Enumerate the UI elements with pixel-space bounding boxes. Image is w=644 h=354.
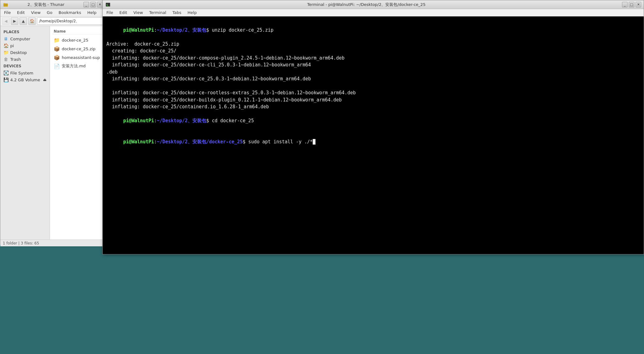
term-window-controls: _ □ ✕	[622, 2, 641, 7]
prompt-path-1: ~/Desktop/2、安装包	[157, 27, 206, 33]
term-menu-file[interactable]: File	[104, 10, 116, 16]
file-name-homeassistant: homeassistant-sup	[62, 55, 100, 60]
file-item-docker-zip[interactable]: 📦 docker-ce_25.zip	[52, 44, 103, 53]
prompt-colon-1: :	[154, 27, 157, 33]
sidebar-item-computer[interactable]: 🖥 Computer	[0, 35, 50, 42]
volume-icon: 💾	[3, 77, 8, 82]
trash-icon: 🗑	[3, 57, 8, 62]
sidebar-fs-label: File System	[10, 71, 33, 75]
term-line-4: inflating: docker-ce_25/docker-compose-p…	[106, 55, 640, 62]
svg-text:$_: $_	[106, 4, 110, 7]
sidebar-item-volume[interactable]: 💾 4.2 GB Volume ⏏	[0, 76, 50, 83]
fm-minimize-btn[interactable]: _	[83, 2, 89, 7]
term-line-9: inflating: docker-ce_25/docker-buildx-pl…	[106, 96, 640, 104]
filesystem-icon: 💽	[3, 70, 8, 75]
term-body[interactable]: pi@WalnutPi:~/Desktop/2、安装包$ unzip docke…	[103, 16, 644, 253]
prompt-path-2: ~/Desktop/2、安装包	[157, 118, 206, 123]
doc-icon: 📄	[54, 63, 60, 69]
zip-icon-ha: 📦	[54, 54, 60, 60]
terminal-cursor	[313, 139, 315, 145]
term-line-12: pi@WalnutPi:~/Desktop/2、安装包/docker-ce_25…	[106, 131, 640, 152]
cmd-3: sudo apt install -y ./*	[245, 139, 313, 145]
fm-statusbar: 1 folder | 3 files: 65	[0, 240, 105, 246]
sidebar-item-trash[interactable]: 🗑 Trash	[0, 56, 50, 63]
zip-icon-docker: 📦	[54, 46, 60, 52]
sidebar-item-pi[interactable]: 🏠 pi	[0, 42, 50, 49]
fm-home-btn[interactable]: 🏠	[28, 17, 36, 25]
term-minimize-btn[interactable]: _	[622, 2, 628, 7]
prompt-colon-2: :	[154, 118, 157, 123]
file-item-install-guide[interactable]: 📄 安装方法.md	[52, 62, 103, 70]
fm-path-bar[interactable]: /home/pi/Desktop/2、	[37, 17, 103, 25]
sidebar-desktop-label: Desktop	[10, 50, 27, 55]
desktop-icon: 📁	[3, 50, 8, 55]
term-menubar: File Edit View Terminal Tabs Help	[103, 9, 644, 16]
file-manager-window: 2、安装包 - Thunar _ □ ✕ File Edit View Go B…	[0, 0, 105, 245]
fm-menu-go[interactable]: Go	[44, 10, 55, 16]
term-menu-edit[interactable]: Edit	[117, 10, 130, 16]
term-line-6: inflating: docker-ce_25/docker-ce_25.0.3…	[106, 75, 640, 83]
fm-sidebar: Places 🖥 Computer 🏠 pi 📁 Desktop 🗑 Trash…	[0, 26, 50, 240]
fm-menu-view[interactable]: View	[29, 10, 43, 16]
term-line-1: pi@WalnutPi:~/Desktop/2、安装包$ unzip docke…	[106, 20, 640, 41]
folder-icon: 📁	[54, 37, 60, 43]
prompt-dollar-1: $	[206, 27, 209, 33]
term-line-8: inflating: docker-ce_25/docker-ce-rootle…	[106, 89, 640, 96]
fm-menubar: File Edit View Go Bookmarks Help	[0, 9, 105, 16]
places-title: Places	[0, 29, 50, 35]
files-header: Name	[52, 29, 103, 34]
sidebar-vol-label: 4.2 GB Volume	[10, 78, 40, 82]
term-titlebar-icon: $_	[105, 2, 111, 7]
fm-title: 2、安装包 - Thunar	[10, 2, 82, 7]
fm-close-btn[interactable]: ✕	[97, 2, 103, 7]
term-line-2: Archive: docker-ce_25.zip	[106, 41, 640, 48]
prompt-user-1: pi@WalnutPi	[123, 27, 154, 33]
svg-rect-1	[3, 3, 5, 4]
fm-titlebar-icon	[3, 2, 8, 7]
prompt-user-3: pi@WalnutPi	[123, 139, 154, 145]
fm-status-text: 1 folder | 3 files: 65	[3, 241, 39, 245]
fm-forward-btn[interactable]: ▶	[11, 17, 18, 25]
fm-menu-bookmarks[interactable]: Bookmarks	[56, 10, 84, 16]
term-line-11: pi@WalnutPi:~/Desktop/2、安装包$ cd docker-c…	[106, 110, 640, 132]
fm-menu-help[interactable]: Help	[85, 10, 99, 16]
prompt-user-2: pi@WalnutPi	[123, 118, 154, 123]
devices-title: Devices	[0, 63, 50, 69]
fm-menu-file[interactable]: File	[2, 10, 13, 16]
fm-toolbar: ◀ ▶ ▲ 🏠 /home/pi/Desktop/2、	[0, 16, 105, 26]
prompt-dollar-2: $	[206, 118, 209, 123]
file-name-install-guide: 安装方法.md	[62, 63, 86, 69]
sidebar-computer-label: Computer	[10, 37, 30, 41]
sidebar-pi-label: pi	[10, 43, 14, 48]
file-item-docker-folder[interactable]: 📁 docker-ce_25	[52, 36, 103, 44]
term-line-7	[106, 83, 640, 90]
computer-icon: 🖥	[3, 36, 8, 41]
term-line-5: inflating: docker-ce_25/docker-ce-cli_25…	[106, 61, 640, 75]
sidebar-item-filesystem[interactable]: 💽 File System	[0, 69, 50, 76]
term-close-btn[interactable]: ✕	[636, 2, 641, 7]
file-name-docker-zip: docker-ce_25.zip	[62, 47, 96, 51]
term-menu-help[interactable]: Help	[185, 10, 199, 16]
fm-up-btn[interactable]: ▲	[20, 17, 27, 25]
fm-menu-edit[interactable]: Edit	[15, 10, 27, 16]
prompt-path-3: ~/Desktop/2、安装包/docker-ce_25	[157, 139, 243, 145]
fm-maximize-btn[interactable]: □	[90, 2, 96, 7]
cmd-2: cd docker-ce_25	[209, 118, 254, 123]
term-menu-terminal[interactable]: Terminal	[147, 10, 169, 16]
term-maximize-btn[interactable]: □	[629, 2, 634, 7]
home-icon: 🏠	[3, 43, 8, 48]
file-item-homeassistant[interactable]: 📦 homeassistant-sup	[52, 53, 103, 62]
sidebar-trash-label: Trash	[10, 57, 21, 62]
fm-back-btn[interactable]: ◀	[2, 17, 10, 25]
terminal-window: $_ Terminal - pi@WalnutPi: ~/Desktop/2、安…	[102, 0, 644, 254]
term-line-10: inflating: docker-ce_25/containerd.io_1.…	[106, 103, 640, 110]
fm-titlebar: 2、安装包 - Thunar _ □ ✕	[0, 0, 105, 9]
prompt-dollar-3: $	[243, 139, 245, 145]
term-menu-tabs[interactable]: Tabs	[170, 10, 184, 16]
fm-files-panel: Name 📁 docker-ce_25 📦 docker-ce_25.zip 📦…	[50, 26, 105, 240]
term-line-3: creating: docker-ce_25/	[106, 47, 640, 55]
sidebar-item-desktop[interactable]: 📁 Desktop	[0, 49, 50, 56]
eject-icon[interactable]: ⏏	[43, 78, 47, 82]
term-menu-view[interactable]: View	[131, 10, 145, 16]
fm-window-controls: _ □ ✕	[83, 2, 103, 7]
